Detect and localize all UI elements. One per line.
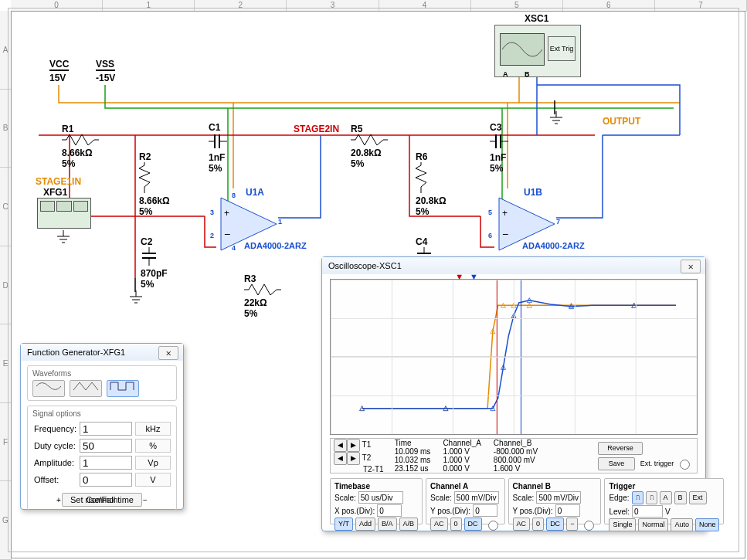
cha-ac[interactable]: AC [430,518,448,531]
chb-dc[interactable]: DC [546,518,564,531]
channel-b-group: Channel B Scale: Y pos.(Div): AC 0 DC − [508,478,602,524]
cha-dc[interactable]: DC [464,518,482,531]
function-generator-panel[interactable]: Function Generator-XFG1 ⨉ Waveforms Sign… [20,343,184,510]
svg-text:+: + [224,208,229,219]
oscilloscope-instrument[interactable]: XSC1 Ext Trig A B [494,25,581,77]
trig-b[interactable]: B [674,491,687,504]
chb-scale[interactable] [536,491,581,504]
ground-icon [128,290,144,304]
cursor-t1-icon[interactable]: ▼ [455,272,463,281]
xfg1-refdes: XFG1 [43,187,67,198]
chb-zero[interactable]: 0 [532,518,544,531]
timebase-group: Timebase Scale: X pos.(Div): Y/T Add B/A… [330,478,423,524]
t1-right[interactable]: ▶ [347,439,360,452]
trig-level[interactable] [632,505,663,518]
close-button[interactable]: ⨉ [681,260,701,273]
t2-right[interactable]: ▶ [347,452,360,465]
chb-minus[interactable]: − [566,518,578,531]
close-button[interactable]: ⨉ [158,346,178,360]
c3[interactable]: C3 1nF5% [490,122,508,174]
ext-trigger-radio[interactable] [680,460,690,470]
yt-button[interactable]: Y/T [334,518,353,531]
scope-refdes: XSC1 [525,13,548,24]
ground-icon [56,230,71,244]
net-output: OUTPUT [603,116,640,127]
wave-triangle-button[interactable] [70,380,102,397]
cha-zero[interactable]: 0 [450,518,462,531]
timebase-scale[interactable] [358,491,403,504]
r6[interactable]: R6 20.8kΩ5% [416,151,447,217]
scope-readout: ◀▶ T1 ◀▶ T2 T2-T1 TimeChannel_AChannel_B… [330,438,698,473]
trig-none[interactable]: None [695,518,720,531]
r5[interactable]: R5 20.8kΩ5% [351,124,388,169]
amplitude-input[interactable] [80,456,132,470]
ab-button[interactable]: A/B [399,518,419,531]
chb-ac[interactable]: AC [513,518,531,531]
r3[interactable]: R3 22kΩ5% [244,273,281,319]
cha-ypos[interactable] [473,504,497,517]
trig-ext[interactable]: Ext [689,491,707,504]
t2-left[interactable]: ◀ [334,452,347,465]
trig-a[interactable]: A [660,491,672,504]
c2[interactable]: C2 870pF5% [141,236,168,290]
trigger-group: Trigger Edge: ⎍ ⎍ A B Ext Level:V Single… [604,478,724,524]
scope-ext-trig: Ext Trig [548,36,576,61]
vcc-label: VCC 15V [49,59,69,83]
chb-color-radio[interactable] [584,521,594,531]
duty-input[interactable] [80,439,132,453]
frequency-unit[interactable]: kHz [135,422,171,436]
add-button[interactable]: Add [355,518,375,531]
svg-text:−: − [224,228,230,240]
net-stage2in: STAGE2IN [294,124,339,134]
scope-screen [500,33,545,66]
function-generator-instrument[interactable] [37,198,91,229]
oscilloscope-panel[interactable]: Oscilloscope-XSC1 ⨉ ▼ ▼ ◀▶ T1 ◀▶ T2 T2-T… [321,256,706,531]
wave-square-button[interactable] [107,380,139,397]
cursor-t2-icon[interactable]: ▼ [470,272,478,281]
ba-button[interactable]: B/A [378,518,397,531]
trig-single[interactable]: Single [609,518,636,531]
frequency-input[interactable] [80,422,132,436]
channel-a-group: Channel A Scale: Y pos.(Div): AC 0 DC [426,478,505,524]
svg-text:−: − [502,228,508,240]
chb-ypos[interactable] [555,504,580,517]
reverse-button[interactable]: Reverse [598,442,643,455]
trig-auto[interactable]: Auto [671,518,693,531]
os-title: Oscilloscope-XSC1 [322,257,705,274]
vss-label: VSS -15V [96,59,115,83]
r2[interactable]: R2 8.66kΩ5% [139,151,170,217]
schematic-canvas[interactable]: 01234567 ABCDEFG [0,0,747,560]
u1b[interactable]: +− U1B ADA4000-2ARZ 5 6 7 [491,193,561,255]
wave-sine-button[interactable] [32,380,65,397]
scope-plot[interactable]: ▼ ▼ [330,279,698,435]
cha-scale[interactable] [454,491,499,504]
trig-normal[interactable]: Normal [638,518,668,531]
amplitude-unit[interactable]: Vp [135,456,171,470]
timebase-xpos[interactable] [377,504,402,517]
offset-input[interactable] [80,473,132,487]
ground-icon [548,111,564,125]
net-stage1in: STAGE1IN [36,176,81,187]
svg-text:+: + [502,208,508,219]
c1[interactable]: C1 1nF5% [209,122,227,174]
r1[interactable]: R1 8.66kΩ5% [62,124,99,169]
t1-left[interactable]: ◀ [334,439,347,452]
save-button[interactable]: Save [598,457,635,470]
cha-color-radio[interactable] [488,521,498,531]
edge-rise[interactable]: ⎍ [632,491,643,504]
u1a[interactable]: +− U1A ADA4000-2ARZ 3 2 1 8 4 [213,193,283,255]
edge-fall[interactable]: ⎍ [646,491,657,504]
